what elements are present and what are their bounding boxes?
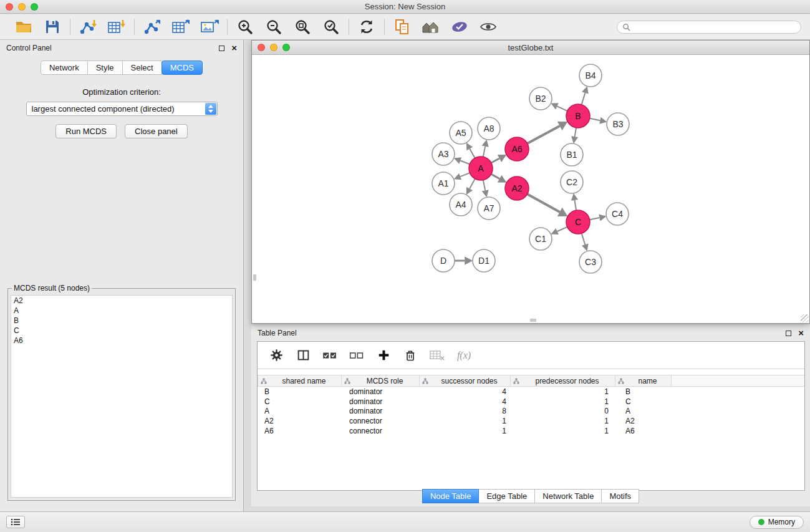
table-row[interactable]: Cdominator41C bbox=[258, 397, 804, 407]
close-table-panel-icon[interactable]: × bbox=[798, 330, 804, 336]
network-window-title: testGlobe.txt bbox=[252, 43, 809, 52]
show-panels-list-icon[interactable] bbox=[6, 516, 25, 528]
export-network-icon[interactable] bbox=[142, 17, 163, 36]
table-row[interactable]: A6connector11A6 bbox=[258, 426, 804, 436]
graph-node-B3[interactable]: B3 bbox=[607, 113, 629, 135]
graph-node-B2[interactable]: B2 bbox=[529, 87, 552, 110]
tab-mcds[interactable]: MCDS bbox=[162, 60, 203, 75]
float-panel-icon[interactable] bbox=[219, 46, 224, 51]
search-input[interactable] bbox=[634, 22, 796, 31]
network-canvas[interactable]: B4B2BB3A5A8A6B1A3AC2A1A2A4A7C4CC1C3DD1 bbox=[252, 56, 809, 323]
table-row[interactable]: Adominator80A bbox=[258, 406, 804, 416]
import-table-icon[interactable] bbox=[106, 17, 127, 36]
svg-text:C: C bbox=[575, 217, 581, 227]
mcds-result-item[interactable]: A6 bbox=[11, 336, 232, 346]
graph-node-A4[interactable]: A4 bbox=[450, 193, 472, 216]
search-field[interactable] bbox=[617, 21, 801, 34]
graph-node-A1[interactable]: A1 bbox=[432, 172, 455, 195]
import-network-icon[interactable] bbox=[77, 17, 99, 36]
column-header-name[interactable]: name bbox=[615, 375, 672, 387]
graph-node-A2[interactable]: A2 bbox=[505, 177, 529, 200]
graph-node-B[interactable]: B bbox=[566, 104, 590, 128]
graph-node-A8[interactable]: A8 bbox=[478, 117, 500, 140]
tab-network[interactable]: Network bbox=[41, 60, 88, 75]
tab-motifs[interactable]: Motifs bbox=[602, 489, 639, 503]
graph-node-C3[interactable]: C3 bbox=[579, 251, 602, 273]
table-row[interactable]: Bdominator41B bbox=[258, 387, 804, 397]
column-header-predecessor-nodes[interactable]: predecessor nodes bbox=[511, 375, 615, 387]
open-session-folder-icon[interactable] bbox=[13, 17, 34, 36]
venn-check-icon[interactable] bbox=[449, 17, 470, 36]
table-settings-gear-icon[interactable] bbox=[268, 347, 284, 364]
select-all-checkboxes-icon[interactable] bbox=[322, 347, 338, 364]
graph-node-D[interactable]: D bbox=[432, 249, 455, 272]
memory-button[interactable]: Memory bbox=[750, 516, 804, 529]
run-mcds-button[interactable]: Run MCDS bbox=[55, 124, 117, 138]
mcds-result-item[interactable]: A bbox=[11, 306, 232, 316]
mcds-result-list[interactable]: A2ABCA6 bbox=[11, 295, 233, 498]
houses-icon[interactable] bbox=[420, 17, 441, 36]
zoom-out-icon[interactable] bbox=[263, 17, 284, 36]
zoom-selected-icon[interactable] bbox=[321, 17, 342, 36]
column-header-MCDS-role[interactable]: MCDS role bbox=[342, 375, 420, 387]
svg-text:A3: A3 bbox=[438, 149, 448, 159]
application-window: Session: New Session bbox=[0, 0, 810, 532]
close-window-button[interactable] bbox=[6, 3, 13, 11]
export-table-icon[interactable] bbox=[170, 17, 191, 36]
svg-text:C1: C1 bbox=[535, 234, 546, 244]
table-cell: 1 bbox=[511, 397, 615, 406]
memory-status-dot-icon bbox=[758, 519, 764, 525]
graph-node-B4[interactable]: B4 bbox=[579, 64, 602, 87]
graph-node-C1[interactable]: C1 bbox=[529, 228, 552, 250]
graph-node-A7[interactable]: A7 bbox=[478, 197, 500, 220]
mcds-result-item[interactable]: B bbox=[11, 316, 232, 326]
close-panel-icon[interactable]: × bbox=[231, 45, 237, 51]
zoom-in-icon[interactable] bbox=[234, 17, 256, 36]
delete-trash-icon[interactable] bbox=[402, 347, 418, 364]
add-column-plus-icon[interactable] bbox=[375, 347, 392, 364]
main-titlebar: Session: New Session bbox=[0, 0, 810, 14]
mcds-result-item[interactable]: A2 bbox=[11, 296, 232, 306]
show-columns-icon[interactable] bbox=[295, 347, 311, 364]
graph-node-C4[interactable]: C4 bbox=[606, 203, 629, 225]
zoom-window-button[interactable] bbox=[31, 3, 38, 11]
select-stepper-icon bbox=[205, 103, 216, 115]
network-window-titlebar[interactable]: testGlobe.txt bbox=[252, 41, 809, 55]
tab-network-table[interactable]: Network Table bbox=[535, 489, 602, 503]
tab-node-table[interactable]: Node Table bbox=[422, 489, 480, 503]
apply-layout-refresh-icon[interactable] bbox=[356, 17, 377, 36]
zoom-network-window-button[interactable] bbox=[282, 44, 290, 51]
function-builder-icon[interactable]: f(x) bbox=[456, 347, 472, 364]
table-cell: 4 bbox=[420, 397, 511, 406]
close-network-window-button[interactable] bbox=[258, 44, 265, 51]
eye-icon[interactable] bbox=[478, 17, 499, 36]
graph-node-A6[interactable]: A6 bbox=[505, 137, 529, 161]
column-header-successor-nodes[interactable]: successor nodes bbox=[420, 375, 511, 387]
criterion-select[interactable]: largest connected component (directed) bbox=[26, 102, 218, 116]
tab-select[interactable]: Select bbox=[123, 60, 162, 75]
mcds-result-item[interactable]: C bbox=[11, 326, 232, 336]
graph-node-C[interactable]: C bbox=[566, 210, 590, 234]
save-session-floppy-icon[interactable] bbox=[42, 17, 63, 36]
tab-style[interactable]: Style bbox=[88, 60, 123, 75]
zoom-fit-icon[interactable] bbox=[292, 17, 313, 36]
copy-documents-icon[interactable] bbox=[392, 17, 413, 36]
resize-grip[interactable] bbox=[801, 314, 809, 322]
export-image-icon[interactable] bbox=[199, 17, 220, 36]
graph-node-A3[interactable]: A3 bbox=[432, 143, 455, 165]
minimize-window-button[interactable] bbox=[18, 3, 26, 11]
graph-node-C2[interactable]: C2 bbox=[561, 171, 583, 193]
graph-node-A[interactable]: A bbox=[469, 157, 493, 180]
float-table-panel-icon[interactable] bbox=[786, 331, 791, 336]
table-row[interactable]: A2connector11A2 bbox=[258, 416, 804, 426]
deselect-all-checkboxes-icon[interactable] bbox=[349, 347, 365, 364]
delete-table-icon[interactable] bbox=[429, 347, 445, 364]
minimize-network-window-button[interactable] bbox=[270, 44, 277, 51]
table-cell: 4 bbox=[420, 387, 511, 396]
close-panel-button[interactable]: Close panel bbox=[125, 124, 188, 138]
graph-node-B1[interactable]: B1 bbox=[561, 143, 583, 166]
graph-node-A5[interactable]: A5 bbox=[450, 122, 472, 144]
graph-node-D1[interactable]: D1 bbox=[473, 249, 495, 272]
column-header-shared-name[interactable]: shared name bbox=[258, 375, 342, 387]
tab-edge-table[interactable]: Edge Table bbox=[479, 489, 535, 503]
